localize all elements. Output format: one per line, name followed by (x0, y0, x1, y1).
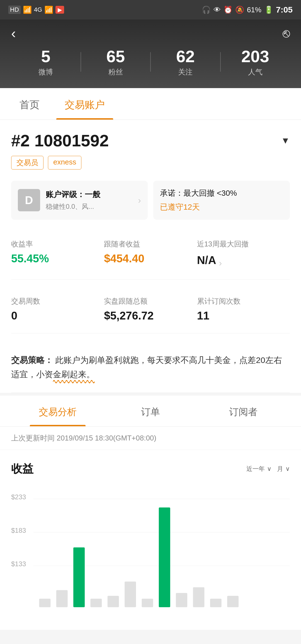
svg-rect-11 (227, 596, 239, 607)
rating-title: 账户评级：一般 (46, 189, 132, 200)
hd-icon: HD (8, 6, 21, 14)
total-follow-value: $5,276.72 (104, 309, 197, 322)
rating-card[interactable]: D 账户评级：一般 稳健性0.0、风... › (11, 181, 148, 220)
filter-year-btn[interactable]: 近一年 ∨ (246, 465, 271, 473)
subscriptions-value: 11 (197, 309, 290, 322)
chart-area: $233 $183 $133 (11, 490, 290, 630)
promise-title: 承诺：最大回撤 <30% (160, 188, 283, 198)
tab-trading-analysis[interactable]: 交易分析 (11, 396, 104, 426)
stats-grid-1: 收益率 55.45% 跟随者收益 $454.40 近13周最大回撤 N/A › (11, 234, 290, 280)
rating-sub: 稳健性0.0、风... (46, 202, 132, 211)
signal-4g-icon: 4G (34, 6, 42, 13)
signal-icon: 📶 (23, 6, 32, 14)
max-drawdown-label: 近13周最大回撤 (197, 239, 290, 249)
play-icon: ▶ (55, 6, 64, 14)
chart-y-label-2: $183 (11, 527, 26, 534)
battery-percent: 61% (247, 6, 261, 14)
strategy-text: 交易策略： 此账户为刷单盈利就跑，每天要求不高几十美金，点差20左右适宜，小资金… (11, 353, 290, 381)
profit-header: 收益 近一年 ∨ 月 ∨ (11, 461, 290, 476)
filter-month-label: 月 (277, 465, 283, 473)
profile-stats-row: 5 微博 65 粉丝 62 关注 203 人气 (11, 47, 290, 77)
rating-avatar: D (18, 189, 40, 211)
return-rate-label: 收益率 (11, 239, 104, 249)
promise-days-count: 12天 (183, 203, 200, 211)
svg-rect-6 (142, 599, 153, 607)
stat-return-rate: 收益率 55.45% (11, 234, 104, 274)
wifi-icon: 📶 (44, 6, 53, 14)
account-header: #2 10801592 ▼ (11, 131, 290, 150)
svg-rect-4 (108, 596, 119, 607)
svg-rect-2 (73, 547, 85, 607)
fans-label: 粉丝 (81, 67, 151, 77)
nav-tabs: 首页 交易账户 (0, 88, 301, 120)
filter-year-arrow-icon: ∨ (267, 465, 271, 473)
profit-filters: 近一年 ∨ 月 ∨ (246, 465, 290, 473)
svg-rect-5 (125, 582, 136, 607)
stat-trade-weeks: 交易周数 0 (11, 291, 104, 328)
popularity-label: 人气 (221, 67, 290, 77)
account-id: #2 10801592 (11, 131, 109, 150)
dropdown-arrow-icon[interactable]: ▼ (281, 135, 290, 146)
account-badges: 交易员 exness (11, 156, 290, 170)
svg-rect-8 (176, 593, 187, 607)
svg-rect-9 (193, 587, 204, 607)
last-update: 上次更新时间 2019/09/15 18:30(GMT+08:00) (0, 427, 301, 450)
rating-text: 账户评级：一般 稳健性0.0、风... (46, 189, 132, 211)
stat-max-drawdown: 近13周最大回撤 N/A › (197, 234, 290, 274)
tab-trading-account[interactable]: 交易账户 (56, 88, 113, 120)
status-bar: HD 📶 4G 📶 ▶ 🎧 👁 ⏰ 🔕 61% 🔋 7:05 (0, 0, 301, 20)
max-drawdown-value: N/A (197, 254, 216, 267)
svg-rect-3 (90, 599, 102, 607)
follower-profit-label: 跟随者收益 (104, 239, 197, 249)
trade-weeks-label: 交易周数 (11, 296, 104, 306)
profit-chart (33, 490, 290, 619)
time-display: 7:05 (276, 5, 293, 14)
headphone-icon: 🎧 (202, 6, 211, 14)
filter-month-arrow-icon: ∨ (285, 465, 290, 473)
strategy-label: 交易策略： (11, 355, 53, 365)
follower-profit-value: $454.40 (104, 252, 197, 265)
subscriptions-label: 累计订阅次数 (197, 296, 290, 306)
stat-follower-profit: 跟随者收益 $454.40 (104, 234, 197, 274)
strategy-section: 交易策略： 此账户为刷单盈利就跑，每天要求不高几十美金，点差20左右适宜，小资金… (11, 345, 290, 393)
analysis-tabs: 交易分析 订单 订阅者 (0, 396, 301, 427)
return-rate-value: 55.45% (11, 252, 104, 265)
header-top: ‹ ⎋ (11, 25, 290, 41)
following-count: 62 (151, 47, 220, 66)
badge-exness: exness (48, 156, 81, 170)
chart-y-label-3: $133 (11, 560, 26, 568)
svg-rect-10 (210, 599, 222, 607)
weibo-count: 5 (11, 47, 81, 66)
tab-orders[interactable]: 订单 (104, 396, 197, 426)
status-left: HD 📶 4G 📶 ▶ (8, 6, 64, 14)
profit-title: 收益 (11, 461, 33, 476)
mute-icon: 🔕 (235, 6, 244, 14)
share-button[interactable]: ⎋ (283, 26, 290, 40)
stat-weibo: 5 微博 (11, 47, 81, 77)
following-label: 关注 (151, 67, 220, 77)
stat-popularity: 203 人气 (221, 47, 290, 77)
filter-year-label: 近一年 (246, 465, 265, 473)
total-follow-label: 实盘跟随总额 (104, 296, 197, 306)
wavy-underline (53, 379, 95, 384)
battery-icon: 🔋 (264, 6, 273, 14)
status-right: 🎧 👁 ⏰ 🔕 61% 🔋 7:05 (202, 5, 293, 14)
max-drawdown-right: N/A › (197, 252, 290, 268)
svg-rect-1 (56, 590, 68, 607)
promise-days-text: 已遵守 (160, 203, 183, 211)
profit-section: 收益 近一年 ∨ 月 ∨ $233 $183 $133 (0, 450, 301, 630)
tab-subscribers[interactable]: 订阅者 (197, 396, 290, 426)
eye-icon: 👁 (213, 6, 221, 14)
tab-home[interactable]: 首页 (11, 88, 48, 120)
filter-month-btn[interactable]: 月 ∨ (277, 465, 290, 473)
stats-grid-2: 交易周数 0 实盘跟随总额 $5,276.72 累计订阅次数 11 (11, 291, 290, 333)
fans-count: 65 (81, 47, 151, 66)
drawdown-arrow-icon: › (219, 258, 222, 268)
trade-weeks-value: 0 (11, 309, 104, 322)
svg-rect-0 (39, 599, 50, 607)
badge-trader: 交易员 (11, 156, 43, 170)
back-button[interactable]: ‹ (11, 25, 16, 41)
alarm-icon: ⏰ (224, 6, 232, 14)
stat-fans: 65 粉丝 (81, 47, 151, 77)
rating-arrow-icon: › (138, 195, 141, 205)
